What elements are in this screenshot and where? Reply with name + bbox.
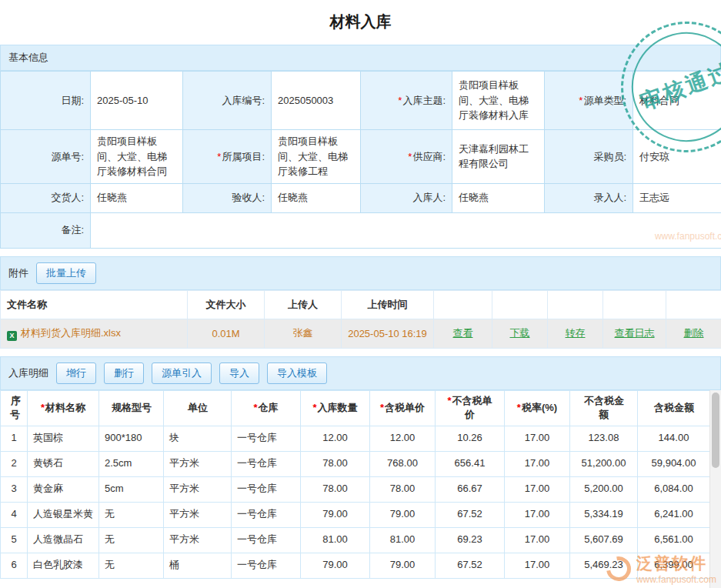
cell-quantity: 81.00: [301, 527, 370, 553]
field-recorder-label: 录入人:: [545, 183, 633, 212]
section-basic-info-title: 基本信息: [8, 51, 48, 65]
view-link[interactable]: 查看: [453, 327, 473, 339]
cell-tax-rate: 17.00: [505, 553, 570, 578]
cell-amount-without-tax: 5,469.23: [570, 553, 638, 578]
section-attachments-bar: 附件 批量上传: [0, 256, 721, 290]
cell-amount-with-tax: 144.00: [638, 426, 710, 451]
cell-price-without-tax: 69.23: [436, 527, 505, 553]
field-source-type-value: 材料合同: [633, 72, 721, 130]
source-import-button[interactable]: 源单引入: [152, 362, 212, 384]
col-action: [666, 290, 721, 319]
table-header-row: 序号 *材料名称 规格型号 单位 *仓库 *入库数量 *含税单价 *不含税单价 …: [1, 390, 710, 426]
detail-table-wrap: 序号 *材料名称 规格型号 单位 *仓库 *入库数量 *含税单价 *不含税单价 …: [0, 390, 721, 579]
cell-quantity: 78.00: [301, 476, 370, 502]
cell-material-name: 人造微晶石: [28, 527, 99, 553]
attachment-size: 0.01M: [188, 319, 265, 348]
add-row-button[interactable]: 增行: [56, 362, 96, 384]
field-supplier-label: *供应商:: [361, 130, 452, 184]
table-row: 3 黄金麻 5cm 平方米 一号仓库 78.00 78.00 66.67 17.…: [1, 476, 710, 502]
required-mark: *: [217, 151, 221, 162]
col-warehouse: *仓库: [232, 390, 301, 426]
download-link[interactable]: 下载: [510, 327, 530, 339]
attachment-file-link[interactable]: 材料到货入库明细.xlsx: [21, 327, 121, 339]
col-amount-with-tax: 含税金额: [638, 390, 710, 426]
cell-amount-with-tax: 59,904.00: [638, 451, 710, 476]
cell-warehouse: 一号仓库: [232, 476, 301, 502]
cell-warehouse: 一号仓库: [232, 553, 301, 578]
table-row: 备注:: [1, 212, 721, 248]
table-row: 1 英国棕 900*180 块 一号仓库 12.00 12.00 10.26 1…: [1, 426, 710, 451]
cell-quantity: 12.00: [301, 426, 370, 451]
detail-table: 序号 *材料名称 规格型号 单位 *仓库 *入库数量 *含税单价 *不含税单价 …: [0, 390, 710, 579]
import-template-button[interactable]: 导入模板: [267, 362, 327, 384]
cell-spec: 5cm: [99, 476, 164, 502]
cell-tax-rate: 17.00: [505, 527, 570, 553]
delete-link[interactable]: 删除: [684, 327, 704, 339]
cell-unit: 平方米: [164, 476, 232, 502]
cell-unit: 块: [164, 426, 232, 451]
col-action: [492, 290, 548, 319]
required-mark: *: [579, 95, 582, 106]
cell-seq: 5: [1, 527, 28, 553]
col-unit: 单位: [164, 390, 232, 426]
cell-price-with-tax: 79.00: [370, 553, 436, 578]
transfer-link[interactable]: 转存: [566, 327, 586, 339]
field-project-label: *所属项目:: [183, 130, 272, 184]
cell-amount-with-tax: 6,084.00: [638, 476, 710, 502]
attachment-time: 2025-05-10 16:19: [342, 319, 434, 348]
field-stocker-label: 入库人:: [361, 183, 452, 212]
field-remark-value: [91, 212, 721, 248]
scrollbar-thumb[interactable]: [712, 393, 719, 468]
cell-amount-with-tax: 6,399.00: [638, 553, 710, 578]
field-deliverer-value: 任晓燕: [91, 183, 183, 212]
cell-spec: 无: [99, 502, 164, 527]
field-stocker-value: 任晓燕: [452, 183, 545, 212]
table-header-row: 文件名称 文件大小 上传人 上传时间: [1, 290, 721, 319]
field-inspector-value: 任晓燕: [272, 183, 361, 212]
section-detail-bar: 入库明细 增行 删行 源单引入 导入 导入模板: [0, 356, 721, 390]
delete-row-button[interactable]: 删行: [104, 362, 144, 384]
cell-tax-rate: 17.00: [505, 426, 570, 451]
col-upload-time: 上传时间: [342, 290, 434, 319]
col-material-name: *材料名称: [28, 390, 99, 426]
view-log-link[interactable]: 查看日志: [615, 327, 655, 339]
cell-amount-without-tax: 123.08: [570, 426, 638, 451]
field-inbound-no-label: 入库编号:: [183, 72, 272, 130]
col-action: [548, 290, 603, 319]
col-seq: 序号: [1, 390, 28, 426]
cell-material-name: 黄锈石: [28, 451, 99, 476]
vertical-scrollbar[interactable]: [709, 390, 721, 588]
cell-seq: 6: [1, 553, 28, 578]
field-project-value: 贵阳项目样板间、大堂、电梯厅装修工程: [272, 130, 361, 184]
cell-spec: 2.5cm: [99, 451, 164, 476]
cell-unit: 桶: [164, 553, 232, 578]
field-date-label: 日期:: [1, 72, 91, 130]
col-price-with-tax: *含税单价: [370, 390, 436, 426]
field-remark-label: 备注:: [1, 212, 91, 248]
cell-price-with-tax: 79.00: [370, 502, 436, 527]
col-file-name: 文件名称: [1, 290, 188, 319]
table-row: 6 白色乳胶漆 无 桶 一号仓库 79.00 79.00 67.52 17.00…: [1, 553, 710, 578]
cell-seq: 3: [1, 476, 28, 502]
import-button[interactable]: 导入: [219, 362, 259, 384]
basic-info-table: 日期: 2025-05-10 入库编号: 2025050003 *入库主题: 贵…: [0, 71, 721, 249]
cell-material-name: 黄金麻: [28, 476, 99, 502]
cell-amount-without-tax: 5,607.69: [570, 527, 638, 553]
cell-price-with-tax: 768.00: [370, 451, 436, 476]
attachment-action-cell: 查看日志: [603, 319, 666, 348]
cell-tax-rate: 17.00: [505, 502, 570, 527]
cell-amount-without-tax: 5,334.19: [570, 502, 638, 527]
cell-unit: 平方米: [164, 451, 232, 476]
col-action: [434, 290, 492, 319]
attachment-action-cell: 删除: [666, 319, 721, 348]
cell-price-without-tax: 66.67: [436, 476, 505, 502]
col-tax-rate: *税率(%): [505, 390, 570, 426]
section-attachments-title: 附件: [8, 266, 28, 280]
batch-upload-button[interactable]: 批量上传: [36, 262, 96, 284]
attachment-uploader: 张鑫: [265, 319, 342, 348]
required-mark: *: [398, 95, 402, 106]
field-deliverer-label: 交货人:: [1, 183, 91, 212]
field-inspector-label: 验收人:: [183, 183, 272, 212]
col-uploader: 上传人: [265, 290, 342, 319]
field-date-value: 2025-05-10: [91, 72, 183, 130]
